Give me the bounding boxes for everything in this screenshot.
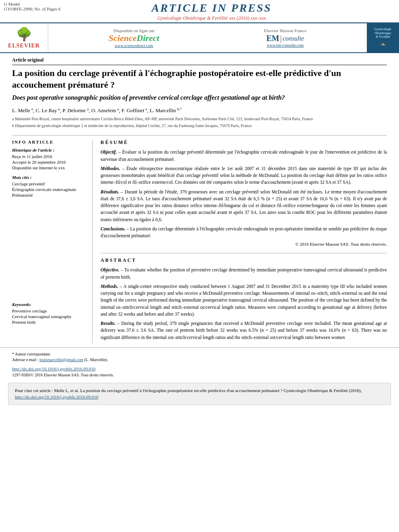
historique-label: Historique de l'article :	[12, 148, 87, 152]
header-logos: 🌳 ELSEVIER Disponible en ligne sur Scien…	[0, 23, 399, 53]
sup-a3: a	[87, 107, 88, 111]
email-link[interactable]: louismarcellin@gmail.com	[39, 357, 83, 362]
resume-objectif: Objectif. – Évaluer si la position du ce…	[101, 149, 387, 163]
abstract-objective: Objective. – To evaluate whether the pos…	[101, 267, 387, 281]
keyword-en-2: Cervical transvaginal sonography	[12, 314, 87, 319]
model-info: G Model GYOBFE-2996; No. of Pages 6	[4, 2, 60, 11]
sciencedirect-block: Disponible en ligne sur ScienceDirect ww…	[109, 28, 159, 48]
two-col-layout: INFO ARTICLE Historique de l'article : R…	[12, 135, 387, 343]
direct-part: Direct	[137, 33, 159, 43]
keyword-en-1: Preventive cerclage	[12, 308, 87, 313]
abstract-results: Results. – During the study period, 379 …	[101, 320, 387, 341]
methods-text: – A single-center retrospective study co…	[101, 284, 387, 316]
elsevier-logo-block: 🌳 ELSEVIER	[0, 23, 48, 52]
info-article-title: INFO ARTICLE	[12, 140, 87, 144]
em-url: www.em-consulte.com	[264, 43, 306, 47]
objective-label: Objective.	[101, 267, 119, 272]
methods-label: Methods.	[101, 284, 118, 289]
authors-line: L. Melle a, C. Le Ray a, P. Delorme a, O…	[12, 107, 387, 114]
citation-doi-link[interactable]: http://dx.doi.org/10.1016/j.gyobfe.2016.…	[15, 394, 98, 399]
doi-link[interactable]: http://dx.doi.org/10.1016/j.gyobfe.2016.…	[12, 366, 95, 371]
left-column: INFO ARTICLE Historique de l'article : R…	[12, 140, 93, 343]
disponible-text: Disponible en ligne sur	[109, 28, 159, 33]
keyword-fr-1: Cerclage préventif	[12, 181, 87, 186]
article-in-press-heading: ARTICLE IN PRESS	[60, 2, 363, 14]
citation-box: Pour citer cet article : Melle L, et al.…	[8, 383, 391, 405]
abstract-section: ABSTRACT Objective. – To evaluate whethe…	[101, 253, 387, 341]
article-title-en: Does post operative sonographic position…	[12, 94, 387, 102]
tree-icon: 🌳	[8, 27, 40, 42]
top-banner: G Model GYOBFE-2996; No. of Pages 6 ARTI…	[0, 0, 399, 23]
elsevier-text: ELSEVIER	[8, 43, 40, 49]
sup-a5: a	[146, 107, 147, 111]
keyword-fr-3: Prématurité	[12, 193, 87, 197]
em-em-text: EM	[266, 34, 279, 43]
resume-resultats: Résultats. – Durant la période de l'étud…	[101, 189, 387, 223]
keyword-en-3: Preterm birth	[12, 320, 87, 325]
doi-line: http://dx.doi.org/10.1016/j.gyobfe.2016.…	[0, 365, 399, 373]
copyright-line: © 2016 Elsevier Masson SAS. Tous droits …	[101, 242, 387, 246]
science-part: Science	[109, 33, 137, 43]
conclusions-text: – La position du cerclage déterminée à l…	[101, 226, 387, 238]
g-model-label: G Model	[4, 2, 60, 6]
right-column: RÉSUMÉ Objectif. – Évaluer si la positio…	[101, 140, 387, 343]
resume-methodes: Méthodes. – Étude rétrospective monocent…	[101, 165, 387, 186]
resume-conclusions: Conclusions. – La position du cerclage d…	[101, 226, 387, 240]
accepte-date: Accepté le 20 septembre 2016	[12, 160, 87, 164]
journal-thumb-icon: ❧	[374, 41, 391, 48]
en-keywords-left: Keywords: Preventive cerclage Cervical t…	[12, 302, 87, 325]
journal-thumb-content: GynécologieObstétrique& Fertilité ❧	[374, 27, 391, 48]
elsevier-logo: 🌳 ELSEVIER	[8, 27, 40, 49]
keywords-en-label: Keywords:	[12, 302, 87, 307]
resume-title: RÉSUMÉ	[101, 140, 387, 146]
methodes-label: Méthodes.	[101, 166, 120, 171]
em-logo: EM | consulte	[264, 34, 306, 43]
affiliation-b: b Département de gynécologie obstétrique…	[12, 123, 387, 129]
resultats-label: Résultats.	[101, 189, 119, 194]
abstract-title: ABSTRACT	[101, 257, 387, 263]
results-label: Results.	[101, 321, 115, 326]
objectif-text: – Évaluer si la position du cerclage pré…	[101, 150, 387, 161]
banner-center: ARTICLE IN PRESS Gynécologie Obstétrique…	[60, 2, 363, 21]
article-type: Article original	[12, 57, 387, 65]
objectif-label: Objectif.	[101, 150, 117, 154]
journal-thumbnail: GynécologieObstétrique& Fertilité ❧	[367, 23, 399, 52]
email-name: (L. Marcellin).	[84, 357, 108, 362]
results-text: – During the study period, 379 single pr…	[101, 321, 387, 340]
em-bar: |	[280, 34, 282, 43]
sup-a1: a	[31, 107, 33, 111]
recu-date: Reçu le 11 juillet 2016	[12, 154, 87, 159]
sup-b: b,*	[177, 107, 182, 111]
pour-citer-text: Pour citer cet article : Melle L, et al.…	[15, 388, 362, 393]
auteur-correspondant: * Auteur correspondant.	[12, 352, 387, 356]
gyobfe-label: GYOBFE-2996; No. of Pages 6	[4, 6, 60, 11]
affiliation-a: a Maternité Port-Royal, centre hospitali…	[12, 116, 387, 122]
email-line: Adresse e-mail : louismarcellin@gmail.co…	[12, 357, 387, 362]
abstract-methods: Methods. – A single-center retrospective…	[101, 283, 387, 318]
elsevier-masson-title: Elsevier Masson France	[264, 28, 306, 33]
journal-title-top: Gynécologie Obstétrique & Fertilité xxx …	[60, 15, 363, 21]
sciencedirect-name: ScienceDirect	[109, 33, 159, 43]
disponible-internet: Disponible sur Internet le xxx	[12, 165, 87, 170]
sciencedirect-url: www.sciencedirect.com	[109, 43, 159, 48]
main-content: Article original La position du cerclage…	[0, 53, 399, 347]
conclusions-label: Conclusions.	[101, 226, 125, 231]
journal-thumb-text: GynécologieObstétrique& Fertilité	[374, 27, 391, 39]
methodes-text: – Étude rétrospective monocentrique réal…	[101, 166, 387, 185]
mots-cles-section: Mots clés : Cerclage préventif Échograph…	[12, 175, 87, 197]
article-title-fr: La position du cerclage préventif à l'éc…	[12, 68, 387, 90]
issn-line: 1297-9589/© 2016 Elsevier Masson SAS. To…	[0, 373, 399, 379]
footnote-area: * Auteur correspondant. Adresse e-mail :…	[0, 347, 399, 365]
em-consulte-block: Elsevier Masson France EM | consulte www…	[264, 28, 306, 47]
keyword-fr-2: Échographie cervicale endovaginale	[12, 187, 87, 192]
objective-text: – To evaluate whether the position of pr…	[101, 267, 387, 279]
adresse-label: Adresse e-mail :	[12, 357, 39, 362]
sup-a4: a	[117, 107, 119, 111]
mots-cles-label: Mots clés :	[12, 175, 87, 180]
sup-a2: a	[58, 107, 60, 111]
em-consulte-name: consulte	[282, 35, 304, 42]
logos-middle: Disponible en ligne sur ScienceDirect ww…	[48, 23, 367, 52]
resultats-text: – Durant la période de l'étude, 379 gros…	[101, 189, 387, 222]
